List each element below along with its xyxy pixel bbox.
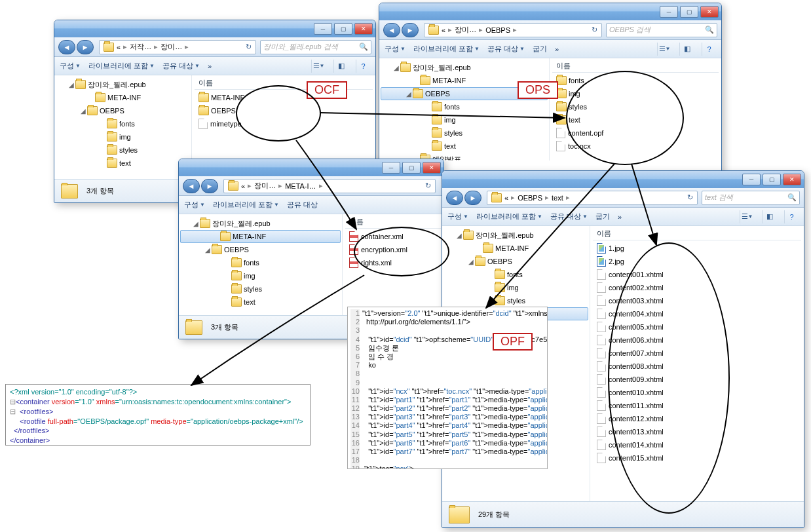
minimize-button[interactable]: ─ (314, 23, 332, 35)
list-item[interactable]: img (552, 87, 719, 100)
include-library-menu[interactable]: 라이브러리에 포함▼ (413, 44, 480, 54)
crumb[interactable]: 장미… (160, 42, 182, 52)
tree-item[interactable]: styles (180, 282, 341, 295)
crumb[interactable]: OEBPS (518, 194, 542, 202)
tree-item[interactable]: META-INF (443, 242, 588, 255)
share-menu[interactable]: 공유 대상▼ (487, 44, 525, 54)
back-button[interactable]: ◄ (183, 179, 200, 193)
breadcrumb[interactable]: «▸ 저작…▸ 장미…▸ ↻ (99, 40, 256, 54)
crumb[interactable]: « (241, 182, 245, 190)
column-header[interactable]: 이름 (345, 216, 441, 229)
breadcrumb[interactable]: «▸ 장미…▸ OEBPS▸ ↻ (424, 23, 602, 37)
crumb[interactable]: 저작… (130, 42, 151, 52)
close-button[interactable]: ✕ (423, 162, 441, 174)
organize-menu[interactable]: 구성▼ (60, 61, 81, 71)
refresh-icon[interactable]: ↻ (425, 181, 431, 190)
list-item[interactable]: content011.xhtml (593, 399, 801, 412)
tree-item[interactable]: text (180, 295, 341, 309)
expander-icon[interactable]: ◢ (204, 246, 212, 254)
nav-tree[interactable]: ◢장미와_찔레.epubMETA-INF◢OEBPSfontsimgstyles… (179, 214, 343, 315)
refresh-icon[interactable]: ↻ (246, 43, 252, 51)
search-input[interactable]: OEBPS 검색🔍 (606, 23, 717, 37)
crumb[interactable]: OEBPS (485, 26, 510, 34)
share-menu[interactable]: 공유 대상▼ (550, 212, 588, 221)
expander-icon[interactable]: ◢ (67, 81, 75, 88)
list-item[interactable]: content007.xhtml (593, 347, 801, 360)
list-item[interactable]: rights.xml (345, 256, 441, 269)
more-chevron[interactable]: » (555, 45, 559, 53)
maximize-button[interactable]: ▢ (763, 174, 781, 185)
list-item[interactable]: 2.jpg (593, 255, 801, 268)
nav-tree[interactable]: ◢장미와_찔레.epubMETA-INF◢OEBPSfontsimgstyles… (379, 58, 550, 161)
file-list[interactable]: 이름 container.xmlencryption.xmlrights.xml (343, 214, 443, 315)
preview-pane-button[interactable]: ◧ (679, 43, 694, 56)
maximize-button[interactable]: ▢ (402, 162, 421, 174)
view-button[interactable]: ☰▼ (657, 43, 671, 56)
column-header[interactable]: 이름 (593, 227, 801, 240)
search-input[interactable]: 장미와_찔레.epub 검색🔍 (260, 40, 371, 54)
organize-menu[interactable]: 구성▼ (447, 212, 468, 221)
share-menu[interactable]: 공유 대상▼ (162, 61, 200, 71)
tree-item[interactable]: text (381, 140, 548, 153)
list-item[interactable]: container.xml (345, 230, 441, 243)
list-item[interactable]: content004.xhtml (593, 307, 801, 320)
tree-item[interactable]: fonts (381, 100, 548, 113)
expander-icon[interactable]: ◢ (79, 107, 87, 115)
maximize-button[interactable]: ▢ (680, 6, 698, 18)
more-chevron[interactable]: » (618, 213, 622, 221)
view-button[interactable]: ☰▼ (740, 210, 754, 223)
tree-item[interactable]: fonts (180, 256, 341, 269)
file-list[interactable]: 이름 fontsimgstylestextcontent.opftoc.ncx (550, 58, 721, 161)
refresh-icon[interactable]: ↻ (592, 26, 597, 34)
close-button[interactable]: ✕ (783, 174, 801, 185)
crumb[interactable]: 장미… (455, 25, 476, 35)
titlebar[interactable]: ─ ▢ ✕ (379, 3, 721, 20)
crumb[interactable]: « (442, 26, 445, 34)
include-library-menu[interactable]: 라이브러리에 포함▼ (213, 200, 279, 210)
list-item[interactable]: content012.xhtml (593, 412, 801, 425)
forward-button[interactable]: ► (201, 179, 218, 193)
column-header[interactable]: 이름 (552, 60, 719, 73)
help-button[interactable]: ? (356, 60, 370, 73)
tree-item[interactable]: META-INF (56, 91, 190, 104)
share-menu[interactable]: 공유 대상 (287, 200, 318, 210)
crumb[interactable]: « (117, 43, 121, 51)
list-item[interactable]: toc.ncx (552, 140, 719, 153)
tree-item[interactable]: ◢장미와_찔레.epub (56, 78, 190, 91)
list-item[interactable]: content009.xhtml (593, 373, 801, 386)
back-button[interactable]: ◄ (58, 40, 75, 54)
list-item[interactable]: content008.xhtml (593, 360, 801, 373)
minimize-button[interactable]: ─ (742, 174, 761, 185)
file-list[interactable]: 이름 1.jpg2.jpgcontent001.xhtmlcontent002.… (590, 226, 804, 501)
list-item[interactable]: fonts (552, 74, 719, 87)
tree-item[interactable]: fonts (56, 117, 190, 130)
help-button[interactable]: ? (784, 210, 799, 223)
forward-button[interactable]: ► (402, 23, 419, 37)
list-item[interactable]: content006.xhtml (593, 333, 801, 347)
tree-item[interactable]: ◢장미와_찔레.epub (443, 229, 588, 242)
list-item[interactable]: mimetype (195, 117, 373, 130)
list-item[interactable]: content015.xhtml (593, 451, 801, 465)
expander-icon[interactable]: ◢ (455, 232, 463, 239)
view-button[interactable]: ☰▼ (311, 60, 326, 73)
expander-icon[interactable]: ◢ (392, 64, 400, 71)
expander-icon[interactable]: ◢ (405, 90, 413, 98)
refresh-icon[interactable]: ↻ (687, 193, 693, 202)
list-item[interactable]: content005.xhtml (593, 320, 801, 333)
close-button[interactable]: ✕ (354, 23, 373, 35)
titlebar[interactable]: ─ ▢ ✕ (442, 171, 804, 188)
back-button[interactable]: ◄ (446, 191, 463, 205)
breadcrumb[interactable]: «▸ 장미…▸ META-I…▸ ↻ (223, 179, 436, 193)
back-button[interactable]: ◄ (383, 23, 400, 37)
list-item[interactable]: text (552, 113, 719, 126)
list-item[interactable]: content013.xhtml (593, 425, 801, 438)
list-item[interactable]: content001.xhtml (593, 268, 801, 281)
forward-button[interactable]: ► (77, 40, 94, 54)
include-library-menu[interactable]: 라이브러리에 포함▼ (88, 61, 155, 71)
tree-item[interactable]: ◢장미와_찔레.epub (180, 217, 341, 230)
tree-item[interactable]: ◢OEBPS (56, 104, 190, 117)
tree-item[interactable]: styles (443, 294, 588, 307)
preview-pane-button[interactable]: ◧ (762, 210, 776, 223)
list-item[interactable]: content010.xhtml (593, 386, 801, 399)
tree-item[interactable]: img (443, 281, 588, 294)
